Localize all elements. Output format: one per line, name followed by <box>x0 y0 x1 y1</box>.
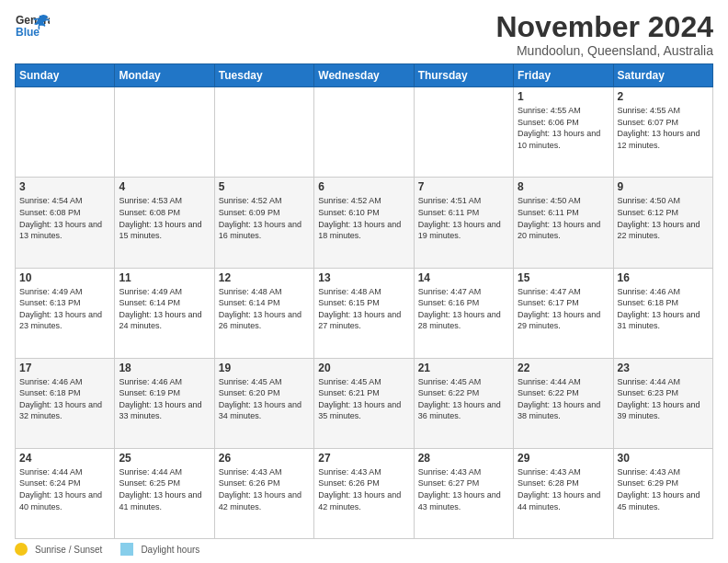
day-info: Sunrise: 4:50 AM Sunset: 6:11 PM Dayligh… <box>518 195 609 241</box>
day-number: 21 <box>418 362 509 374</box>
weekday-header-row: Sunday Monday Tuesday Wednesday Thursday… <box>16 64 713 87</box>
day-info: Sunrise: 4:46 AM Sunset: 6:18 PM Dayligh… <box>19 376 110 422</box>
day-number: 5 <box>219 180 310 193</box>
day-number: 30 <box>618 452 709 465</box>
calendar-cell: 16Sunrise: 4:46 AM Sunset: 6:18 PM Dayli… <box>613 268 712 358</box>
page: General Blue November 2024 Mundoolun, Qu… <box>0 0 728 563</box>
day-number: 4 <box>119 180 210 193</box>
day-number: 13 <box>318 271 409 284</box>
header-wednesday: Wednesday <box>314 64 414 87</box>
calendar-cell: 20Sunrise: 4:45 AM Sunset: 6:21 PM Dayli… <box>314 358 414 448</box>
day-info: Sunrise: 4:49 AM Sunset: 6:14 PM Dayligh… <box>119 286 210 332</box>
calendar-cell: 13Sunrise: 4:48 AM Sunset: 6:15 PM Dayli… <box>314 268 414 358</box>
day-number: 9 <box>618 180 709 193</box>
day-number: 29 <box>518 452 609 465</box>
calendar-cell: 4Sunrise: 4:53 AM Sunset: 6:08 PM Daylig… <box>115 178 214 268</box>
day-info: Sunrise: 4:43 AM Sunset: 6:29 PM Dayligh… <box>618 466 709 512</box>
day-number: 15 <box>518 271 609 284</box>
calendar-cell: 8Sunrise: 4:50 AM Sunset: 6:11 PM Daylig… <box>514 178 613 268</box>
day-number: 11 <box>119 271 210 284</box>
footer: Sunrise / Sunset Daylight hours <box>15 543 713 556</box>
header-saturday: Saturday <box>613 64 712 87</box>
svg-text:Blue: Blue <box>16 26 40 39</box>
day-number: 3 <box>19 180 110 193</box>
day-number: 28 <box>418 452 509 465</box>
day-info: Sunrise: 4:48 AM Sunset: 6:14 PM Dayligh… <box>219 286 310 332</box>
day-info: Sunrise: 4:43 AM Sunset: 6:27 PM Dayligh… <box>418 466 509 512</box>
sunrise-legend-icon <box>15 543 28 556</box>
title-block: November 2024 Mundoolun, Queensland, Aus… <box>495 11 713 58</box>
calendar-cell: 24Sunrise: 4:44 AM Sunset: 6:24 PM Dayli… <box>16 448 115 538</box>
header-friday: Friday <box>514 64 613 87</box>
day-info: Sunrise: 4:45 AM Sunset: 6:22 PM Dayligh… <box>418 376 509 422</box>
location: Mundoolun, Queensland, Australia <box>495 43 713 58</box>
calendar-cell: 19Sunrise: 4:45 AM Sunset: 6:20 PM Dayli… <box>214 358 313 448</box>
calendar-cell: 14Sunrise: 4:47 AM Sunset: 6:16 PM Dayli… <box>414 268 513 358</box>
calendar-cell: 22Sunrise: 4:44 AM Sunset: 6:22 PM Dayli… <box>514 358 613 448</box>
day-info: Sunrise: 4:53 AM Sunset: 6:08 PM Dayligh… <box>119 195 210 241</box>
day-number: 23 <box>618 362 709 374</box>
week-row-5: 24Sunrise: 4:44 AM Sunset: 6:24 PM Dayli… <box>16 448 713 538</box>
daylight-legend-label: Daylight hours <box>141 545 199 555</box>
calendar-cell: 10Sunrise: 4:49 AM Sunset: 6:13 PM Dayli… <box>16 268 115 358</box>
day-info: Sunrise: 4:46 AM Sunset: 6:18 PM Dayligh… <box>618 286 709 332</box>
day-info: Sunrise: 4:43 AM Sunset: 6:26 PM Dayligh… <box>219 466 310 512</box>
day-info: Sunrise: 4:52 AM Sunset: 6:10 PM Dayligh… <box>318 195 409 241</box>
day-number: 6 <box>318 180 409 193</box>
daylight-legend-icon <box>120 543 133 556</box>
day-info: Sunrise: 4:50 AM Sunset: 6:12 PM Dayligh… <box>618 195 709 241</box>
calendar-cell: 12Sunrise: 4:48 AM Sunset: 6:14 PM Dayli… <box>214 268 313 358</box>
day-number: 10 <box>19 271 110 284</box>
calendar-cell: 3Sunrise: 4:54 AM Sunset: 6:08 PM Daylig… <box>16 178 115 268</box>
calendar-cell <box>414 87 513 178</box>
day-number: 20 <box>318 362 409 374</box>
day-number: 25 <box>119 452 210 465</box>
day-info: Sunrise: 4:45 AM Sunset: 6:20 PM Dayligh… <box>219 376 310 422</box>
calendar-cell: 21Sunrise: 4:45 AM Sunset: 6:22 PM Dayli… <box>414 358 513 448</box>
calendar-cell: 30Sunrise: 4:43 AM Sunset: 6:29 PM Dayli… <box>613 448 712 538</box>
calendar-cell: 9Sunrise: 4:50 AM Sunset: 6:12 PM Daylig… <box>613 178 712 268</box>
day-info: Sunrise: 4:46 AM Sunset: 6:19 PM Dayligh… <box>119 376 210 422</box>
day-info: Sunrise: 4:44 AM Sunset: 6:22 PM Dayligh… <box>518 376 609 422</box>
calendar-cell: 6Sunrise: 4:52 AM Sunset: 6:10 PM Daylig… <box>314 178 414 268</box>
day-number: 24 <box>19 452 110 465</box>
day-number: 17 <box>19 362 110 374</box>
calendar-cell: 23Sunrise: 4:44 AM Sunset: 6:23 PM Dayli… <box>613 358 712 448</box>
week-row-1: 1Sunrise: 4:55 AM Sunset: 6:06 PM Daylig… <box>16 87 713 178</box>
header-monday: Monday <box>115 64 214 87</box>
calendar-cell <box>115 87 214 178</box>
day-number: 1 <box>518 90 609 103</box>
calendar-cell: 2Sunrise: 4:55 AM Sunset: 6:07 PM Daylig… <box>613 87 712 178</box>
calendar-cell <box>214 87 313 178</box>
calendar-table: Sunday Monday Tuesday Wednesday Thursday… <box>15 63 713 539</box>
day-number: 22 <box>518 362 609 374</box>
calendar-cell: 5Sunrise: 4:52 AM Sunset: 6:09 PM Daylig… <box>214 178 313 268</box>
sunrise-legend-label: Sunrise / Sunset <box>35 545 102 555</box>
day-number: 16 <box>618 271 709 284</box>
day-info: Sunrise: 4:51 AM Sunset: 6:11 PM Dayligh… <box>418 195 509 241</box>
header-tuesday: Tuesday <box>214 64 313 87</box>
logo: General Blue <box>15 11 50 46</box>
day-number: 18 <box>119 362 210 374</box>
day-info: Sunrise: 4:55 AM Sunset: 6:06 PM Dayligh… <box>518 105 609 151</box>
day-info: Sunrise: 4:47 AM Sunset: 6:16 PM Dayligh… <box>418 286 509 332</box>
month-title: November 2024 <box>495 11 713 43</box>
calendar-cell: 28Sunrise: 4:43 AM Sunset: 6:27 PM Dayli… <box>414 448 513 538</box>
logo-bird-icon: General Blue <box>15 11 50 46</box>
calendar-cell: 27Sunrise: 4:43 AM Sunset: 6:26 PM Dayli… <box>314 448 414 538</box>
day-number: 26 <box>219 452 310 465</box>
day-info: Sunrise: 4:44 AM Sunset: 6:25 PM Dayligh… <box>119 466 210 512</box>
week-row-4: 17Sunrise: 4:46 AM Sunset: 6:18 PM Dayli… <box>16 358 713 448</box>
day-info: Sunrise: 4:54 AM Sunset: 6:08 PM Dayligh… <box>19 195 110 241</box>
day-number: 14 <box>418 271 509 284</box>
day-info: Sunrise: 4:43 AM Sunset: 6:28 PM Dayligh… <box>518 466 609 512</box>
calendar-cell: 26Sunrise: 4:43 AM Sunset: 6:26 PM Dayli… <box>214 448 313 538</box>
day-number: 7 <box>418 180 509 193</box>
day-info: Sunrise: 4:44 AM Sunset: 6:24 PM Dayligh… <box>19 466 110 512</box>
week-row-3: 10Sunrise: 4:49 AM Sunset: 6:13 PM Dayli… <box>16 268 713 358</box>
calendar-cell: 11Sunrise: 4:49 AM Sunset: 6:14 PM Dayli… <box>115 268 214 358</box>
calendar-cell: 18Sunrise: 4:46 AM Sunset: 6:19 PM Dayli… <box>115 358 214 448</box>
day-info: Sunrise: 4:48 AM Sunset: 6:15 PM Dayligh… <box>318 286 409 332</box>
calendar-cell: 25Sunrise: 4:44 AM Sunset: 6:25 PM Dayli… <box>115 448 214 538</box>
calendar-cell <box>314 87 414 178</box>
